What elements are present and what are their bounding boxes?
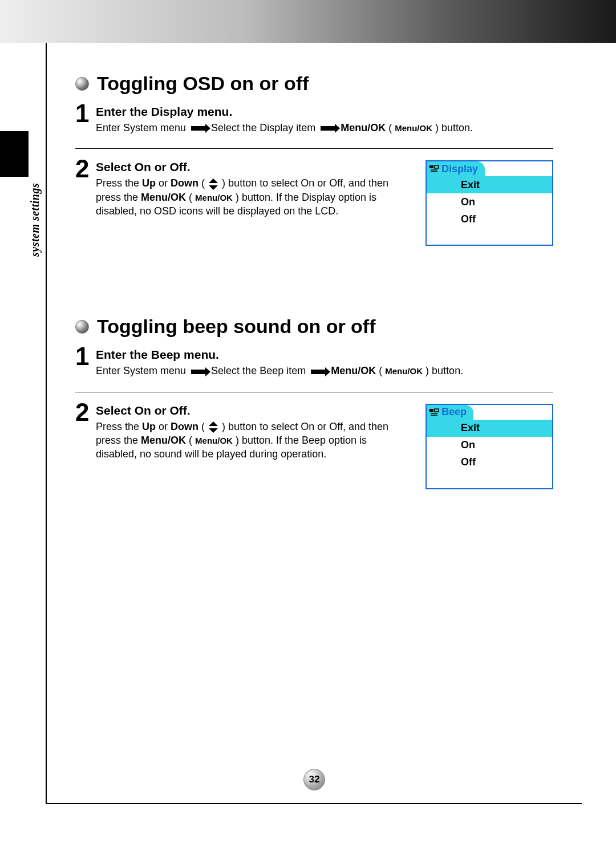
menu-spacer (427, 228, 552, 245)
text-fragment: ( (189, 192, 195, 203)
svg-rect-0 (429, 165, 433, 168)
step-text: Press the Up or Down ( ) button to selec… (96, 420, 408, 461)
divider (75, 392, 553, 392)
text-fragment: ) (435, 122, 441, 133)
step-number: 2 (75, 401, 96, 423)
down-label: Down (171, 421, 198, 432)
menuok-button-label: Menu/OK (395, 123, 432, 133)
step-heading: Select On or Off. (96, 160, 408, 174)
menuok-button-label: Menu/OK (195, 193, 233, 202)
menu-tab-beep: Beep (427, 405, 473, 420)
up-down-icon (209, 179, 218, 190)
text-fragment: ) (425, 365, 432, 376)
arrow-right-icon (191, 370, 206, 374)
side-black-tab (0, 131, 29, 177)
beep-menu-box: Beep Exit On Off (425, 404, 553, 489)
menu-item-on: On (427, 437, 552, 454)
text-fragment: or (159, 177, 171, 189)
arrow-right-icon (191, 126, 206, 131)
step-text: Press the Up or Down ( ) button to selec… (96, 176, 408, 218)
step-text: Enter System menu Select the Beep item M… (96, 364, 553, 378)
svg-rect-1 (435, 165, 439, 168)
step-number: 2 (75, 158, 96, 179)
page-frame: Toggling OSD on or off 1 Enter the Displ… (46, 43, 582, 804)
text-fragment: ( (201, 421, 208, 432)
section-title-text: Toggling beep sound on or off (97, 315, 376, 338)
menu-item-off: Off (427, 210, 552, 228)
text-fragment: ( (189, 435, 195, 446)
menu-item-exit: Exit (427, 420, 552, 437)
text-fragment: or (159, 421, 171, 432)
section-title-text: Toggling OSD on or off (97, 72, 309, 95)
text-fragment: ( (388, 122, 395, 133)
step-1-beep: 1 Enter the Beep menu. Enter System menu… (75, 346, 553, 378)
step-2-beep: 2 Select On or Off. Press the Up or Down… (75, 401, 553, 489)
svg-rect-3 (435, 409, 439, 412)
step-1-osd: 1 Enter the Display menu. Enter System m… (75, 103, 553, 135)
text-fragment: Press the (96, 421, 142, 432)
text-fragment: Enter System menu (96, 365, 189, 376)
section-title-beep: Toggling beep sound on or off (75, 315, 553, 338)
text-fragment: button. (432, 365, 463, 376)
text-fragment: ( (379, 365, 385, 376)
down-label: Down (171, 177, 198, 189)
settings-icon (429, 164, 439, 174)
text-fragment: ( (201, 177, 208, 189)
menu-spacer (427, 471, 552, 488)
up-label: Up (142, 177, 156, 189)
menu-tab-display: Display (427, 161, 485, 176)
section-title-osd: Toggling OSD on or off (75, 72, 553, 95)
step-2-osd: 2 Select On or Off. Press the Up or Down… (75, 158, 553, 246)
menu-item-off: Off (427, 454, 552, 471)
menuok-label: Menu/OK (141, 435, 186, 446)
menuok-label: Menu/OK (341, 122, 386, 133)
page-number-text: 32 (309, 774, 320, 785)
settings-icon (429, 407, 439, 417)
menu-item-exit: Exit (427, 176, 552, 193)
menuok-button-label: Menu/OK (385, 366, 423, 376)
text-fragment: Enter System menu (96, 122, 189, 133)
divider (75, 148, 553, 149)
page-number: 32 (303, 769, 325, 790)
step-text: Enter System menu Select the Display ite… (96, 121, 553, 135)
svg-rect-2 (429, 409, 433, 412)
up-down-icon (209, 421, 218, 433)
display-menu-box: Display Exit On Off (425, 160, 553, 246)
step-heading: Enter the Display menu. (96, 105, 553, 119)
up-label: Up (142, 421, 156, 432)
menu-item-on: On (427, 193, 552, 210)
text-fragment: Press the (96, 177, 142, 189)
step-heading: Select On or Off. (96, 404, 408, 417)
text-fragment: button. (441, 122, 473, 133)
step-number: 1 (75, 346, 96, 367)
step-number: 1 (75, 103, 96, 124)
arrow-right-icon (321, 126, 335, 131)
bullet-icon (75, 77, 89, 91)
arrow-right-icon (311, 370, 326, 374)
menuok-label: Menu/OK (331, 365, 376, 376)
menu-tab-label: Beep (441, 406, 467, 418)
step-heading: Enter the Beep menu. (96, 348, 553, 362)
menuok-label: Menu/OK (141, 192, 186, 203)
menuok-button-label: Menu/OK (195, 436, 233, 445)
header-gradient (0, 0, 616, 43)
bullet-icon (75, 320, 89, 334)
text-fragment: Select the Display item (211, 122, 318, 133)
menu-tab-label: Display (441, 163, 478, 175)
side-section-label: system settings (29, 183, 42, 257)
text-fragment: Select the Beep item (211, 365, 309, 376)
